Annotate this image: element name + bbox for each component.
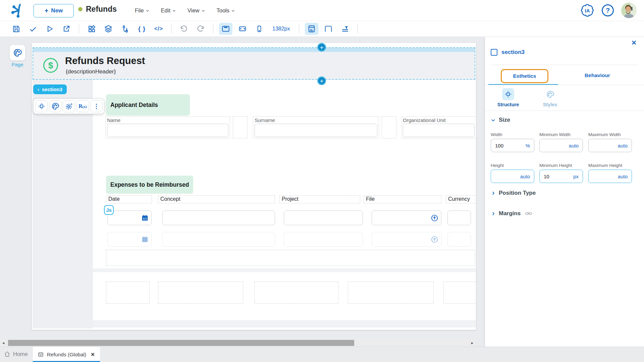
form-header-widget[interactable]: $ Refunds Request {descriptionHeader} [33, 47, 475, 80]
upload-icon[interactable] [431, 214, 438, 222]
expenses-title[interactable]: Expenses to be Reimbursed [106, 176, 193, 194]
project-input[interactable] [284, 211, 363, 225]
empty-cell[interactable] [254, 282, 338, 304]
concept-input[interactable] [163, 211, 275, 225]
insert-above-button[interactable]: + [317, 43, 326, 52]
subtab-structure-label[interactable]: Structure [493, 102, 523, 107]
min-height-input[interactable]: 10px [539, 170, 583, 183]
export-button[interactable] [60, 23, 73, 35]
project-input[interactable] [284, 232, 363, 246]
phone-view-button[interactable] [253, 23, 266, 35]
ia-assistant-icon[interactable]: IA [580, 3, 594, 17]
tab-refunds-global[interactable]: Refunds (Global) ✕ [33, 347, 100, 362]
app-logo[interactable] [10, 3, 25, 18]
run-button[interactable] [43, 23, 56, 35]
menu-tools[interactable]: Tools [217, 7, 235, 14]
desktop-view-button[interactable] [219, 23, 232, 35]
new-button[interactable]: + New [34, 4, 74, 17]
max-height-input[interactable]: auto [588, 170, 632, 183]
tab-esthetics[interactable]: Esthetics [501, 69, 548, 83]
field-name[interactable]: Name [105, 116, 230, 138]
margins-section-header[interactable]: Margins [491, 210, 532, 217]
width-input[interactable]: 100% [491, 139, 534, 152]
column-header-file[interactable]: File [364, 195, 441, 203]
widget-styles-button[interactable] [49, 100, 61, 112]
subtab-styles-label[interactable]: Styles [535, 102, 565, 107]
help-icon[interactable]: ? [602, 4, 614, 16]
field-spacer[interactable] [382, 116, 396, 138]
empty-row[interactable] [106, 250, 475, 266]
page-palette-button[interactable] [9, 45, 25, 61]
subtab-styles-button[interactable] [544, 88, 556, 100]
applicant-details-title[interactable]: Applicant Details [106, 94, 190, 116]
calendar-icon[interactable] [141, 214, 149, 222]
move-widget-button[interactable] [35, 100, 48, 112]
viewport-width-value[interactable]: 1382px [272, 26, 290, 32]
redo-button[interactable] [194, 23, 207, 35]
empty-cell[interactable] [106, 282, 150, 304]
position-type-section-header[interactable]: Position Type [491, 190, 536, 196]
panel-close-button[interactable]: ✕ [631, 39, 637, 47]
js-expression-badge[interactable]: Js [104, 205, 114, 215]
insert-below-button[interactable]: + [317, 76, 326, 85]
widget-more-button[interactable]: ⋮ [90, 100, 103, 112]
braces-button[interactable]: { } [135, 23, 149, 35]
user-avatar[interactable] [621, 3, 637, 18]
empty-cell[interactable] [348, 282, 434, 304]
currency-input[interactable] [448, 232, 471, 246]
widget-expression-button[interactable]: R(x) [76, 100, 89, 112]
currency-input[interactable] [448, 211, 471, 225]
widget-settings-button[interactable] [63, 100, 75, 112]
section-divider-strip [93, 320, 476, 327]
tablet-view-button[interactable] [236, 23, 249, 35]
name-input[interactable] [107, 124, 228, 137]
scroll-left-button[interactable]: ◂ [1, 340, 6, 346]
browser-frame-button[interactable] [322, 23, 335, 35]
connections-button[interactable] [118, 23, 132, 35]
column-header-currency[interactable]: Currency [446, 195, 476, 203]
org-unit-input[interactable] [403, 124, 475, 137]
column-header-date[interactable]: Date [106, 195, 152, 203]
undo-button[interactable] [177, 23, 191, 35]
section-divider-strip [93, 268, 476, 272]
section3-selection-badge[interactable]: ‹ section3 [33, 84, 67, 94]
components-button[interactable] [85, 23, 98, 35]
field-org-unit[interactable]: Organizational Unit [401, 116, 476, 138]
toolbar-separator [171, 24, 171, 33]
tab-close-button[interactable]: ✕ [91, 352, 95, 358]
tab-behaviour[interactable]: Behaviour [571, 72, 624, 78]
scrollbar-thumb[interactable] [8, 340, 354, 346]
height-input[interactable]: auto [491, 170, 534, 183]
field-spacer[interactable] [233, 116, 248, 138]
scroll-right-button[interactable]: ▸ [470, 340, 475, 346]
size-section-header[interactable]: Size [491, 117, 510, 123]
save-button[interactable] [9, 23, 23, 35]
column-header-project[interactable]: Project [279, 195, 360, 203]
panel-title: section3 [501, 49, 525, 56]
filter-lines-button[interactable] [338, 23, 352, 35]
kebab-menu-icon: ⋮ [94, 103, 100, 110]
section3-checkbox[interactable] [491, 49, 497, 56]
min-width-input[interactable]: auto [539, 139, 583, 152]
menu-file[interactable]: File [135, 7, 150, 14]
menu-edit[interactable]: Edit [161, 7, 176, 14]
tab-home[interactable]: Home [4, 347, 28, 361]
menu-view[interactable]: View [187, 7, 205, 14]
toolbar-separator [213, 24, 213, 33]
source-code-button[interactable]: </> [152, 23, 165, 35]
dollar-icon: $ [43, 58, 58, 73]
subtab-structure-button[interactable] [502, 88, 514, 100]
layers-button[interactable] [102, 23, 115, 35]
empty-cell[interactable] [158, 282, 243, 304]
browser-frame-icon [324, 24, 333, 33]
empty-cell[interactable] [443, 282, 476, 304]
form-view-button[interactable] [305, 23, 318, 35]
surname-input[interactable] [255, 124, 377, 137]
column-header-concept[interactable]: Concept [158, 195, 275, 203]
field-surname[interactable]: Surname [253, 116, 379, 138]
max-width-input[interactable]: auto [588, 139, 632, 152]
canvas-horizontal-scrollbar: ◂ ▸ [0, 339, 476, 347]
concept-input[interactable] [163, 232, 275, 246]
editor-toolbar: { } </> [0, 21, 644, 37]
validate-button[interactable] [26, 23, 40, 35]
